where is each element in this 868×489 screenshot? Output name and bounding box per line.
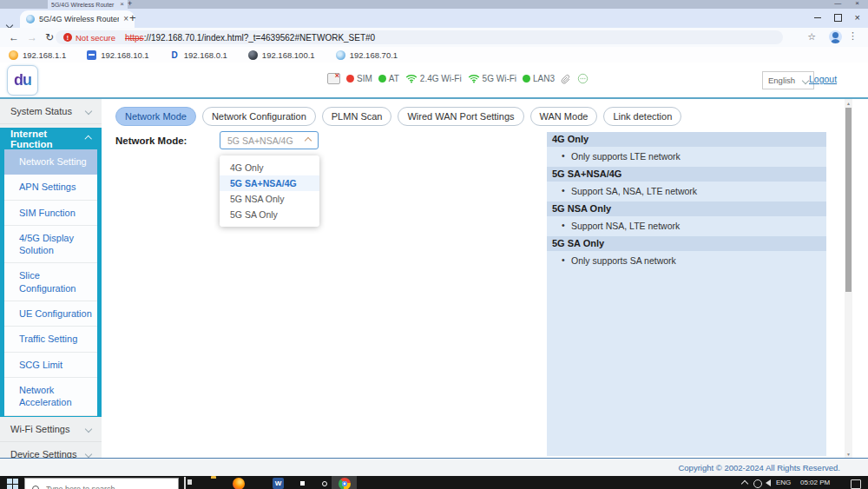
attachment-icon	[561, 74, 571, 84]
url-rest: ://192.168.70.1/index.html?_t=4639562#NE…	[144, 33, 376, 43]
windows-start-icon[interactable]	[7, 479, 18, 489]
sidebar-item-traffic-setting[interactable]: Traffic Setting	[4, 327, 97, 352]
tab-plmn-scan[interactable]: PLMN Scan	[322, 107, 392, 126]
tab-wan-mode[interactable]: WAN Mode	[530, 107, 598, 126]
chrome-taskbar-tile[interactable]	[332, 476, 357, 489]
forward-icon[interactable]: →	[27, 31, 37, 43]
tray-network-icon[interactable]	[753, 479, 762, 488]
sidebar-item-scg-limit[interactable]: SCG Limit	[4, 353, 97, 378]
chevron-down-icon	[85, 425, 92, 432]
taskbar-search[interactable]	[24, 478, 179, 489]
status-sim: SIM	[346, 74, 372, 83]
at-status-dot-icon	[378, 75, 386, 83]
message-icon[interactable]	[577, 73, 589, 84]
scrollbar-thumb[interactable]	[845, 108, 852, 292]
sidebar-item-wifi-settings[interactable]: Wi-Fi Settings	[0, 417, 102, 442]
scroll-down-icon[interactable]: ▼	[845, 450, 852, 458]
reload-icon[interactable]: ↻	[45, 31, 54, 43]
tab-row: Network Mode Network Configuration PLMN …	[115, 107, 681, 126]
bookmark-label: 192.168.100.1	[262, 50, 315, 60]
status-wifi-5g: 5G Wi-Fi	[468, 74, 516, 83]
bookmark-item[interactable]: 192.168.70.1	[336, 50, 398, 60]
tab-title: 5G/4G Wireless Router	[39, 15, 119, 23]
info-description: Support SA, NSA, LTE network	[547, 182, 826, 202]
tab-link-detection[interactable]: Link detection	[603, 107, 681, 126]
sidebar-item-45g-display-solution[interactable]: 4/5G Display Solution	[4, 226, 97, 264]
network-mode-select[interactable]: 5G SA+NSA/4G	[220, 131, 319, 149]
search-icon	[32, 486, 39, 489]
option-5g-sa-nsa-4g[interactable]: 5G SA+NSA/4G	[220, 175, 319, 191]
wifi-icon	[468, 74, 480, 83]
background-window-controls: — ×	[834, 0, 859, 7]
bookmark-star-icon[interactable]: ☆	[807, 31, 816, 43]
url-scheme: https	[125, 33, 144, 43]
chevron-down-icon	[85, 108, 92, 115]
word-icon[interactable]: W	[273, 478, 284, 489]
sidebar-section-header[interactable]: Internet Function	[0, 128, 102, 149]
sim-status-dot-icon	[346, 75, 354, 83]
tab-network-mode[interactable]: Network Mode	[115, 107, 196, 126]
not-secure-icon[interactable]: !	[63, 33, 72, 42]
bookmark-item[interactable]: 192.168.100.1	[248, 50, 315, 60]
sidebar-item-network-acceleration[interactable]: Network Acceleration	[4, 378, 97, 416]
tray-chevron-up-icon[interactable]	[741, 480, 748, 487]
close-icon[interactable]: ×	[855, 0, 859, 7]
lan-status-dot-icon	[523, 75, 530, 83]
minimize-icon[interactable]: —	[834, 0, 841, 7]
option-5g-nsa-only[interactable]: 5G NSA Only	[220, 191, 319, 207]
sidebar-item-apn-settings[interactable]: APN Settings	[4, 175, 97, 200]
tab-wired-wan-port-settings[interactable]: Wired WAN Port Settings	[398, 107, 523, 126]
background-window-titlebar[interactable]: 5G/4G Wireless Router × + — ×	[0, 0, 868, 9]
scroll-up-icon[interactable]: ▲	[845, 99, 852, 107]
scrollbar[interactable]: ▲ ▼	[845, 99, 852, 458]
taskbar-search-input[interactable]	[44, 484, 161, 489]
option-4g-only[interactable]: 4G Only	[220, 160, 319, 175]
close-icon[interactable]: ×	[120, 1, 124, 8]
bookmark-favicon	[9, 50, 18, 60]
bookmark-item[interactable]: D192.168.0.1	[170, 50, 227, 60]
bookmark-favicon: D	[170, 50, 180, 60]
broken-image-icon	[327, 73, 340, 84]
sidebar-item-slice-configuration[interactable]: Slice Configuration	[4, 263, 97, 301]
minimize-icon[interactable]	[814, 17, 821, 18]
network-mode-value: 5G SA+NSA/4G	[227, 135, 293, 146]
new-tab-button[interactable]: +	[129, 11, 136, 24]
sidebar-item-ue-configuration[interactable]: UE Configuration	[4, 301, 97, 327]
tab-network-configuration[interactable]: Network Configuration	[202, 107, 316, 126]
chrome-icon	[339, 478, 351, 489]
bookmark-item[interactable]: 192.168.10.1	[87, 50, 148, 60]
info-description: Only supports SA network	[547, 251, 826, 271]
new-tab-icon[interactable]: +	[128, 0, 132, 8]
chevron-down-icon	[802, 76, 809, 83]
option-5g-sa-only[interactable]: 5G SA Only	[220, 207, 319, 222]
language-select[interactable]: English	[762, 71, 814, 89]
bookmark-label: 192.168.70.1	[350, 50, 398, 60]
tray-clock[interactable]: 05:02 PM	[800, 479, 830, 486]
not-secure-label: Not secure	[76, 33, 115, 43]
logout-link[interactable]: Logout	[809, 74, 837, 84]
restore-icon[interactable]	[834, 14, 842, 22]
task-view-icon[interactable]	[184, 477, 186, 489]
taskbar: W ENG 05:02 PM	[0, 476, 868, 489]
address-bar[interactable]: ! Not secure https://192.168.70.1/index.…	[56, 30, 783, 44]
sidebar-item-network-setting[interactable]: Network Setting	[4, 149, 97, 175]
background-window-tab[interactable]: 5G/4G Wireless Router ×	[48, 0, 128, 9]
info-title: 5G SA+NSA/4G	[547, 167, 826, 182]
page-footer: Copyright © 2002-2024 All Rights Reserve…	[0, 458, 868, 476]
sidebar-item-system-status[interactable]: System Status	[0, 99, 102, 124]
profile-avatar[interactable]	[829, 30, 842, 43]
tray-volume-icon[interactable]	[766, 479, 771, 486]
back-icon[interactable]: ←	[9, 31, 19, 43]
action-center-icon[interactable]	[851, 479, 861, 489]
info-title: 4G Only	[547, 132, 826, 147]
tab-favicon-icon	[26, 15, 35, 23]
tray-language-label[interactable]: ENG	[776, 479, 791, 486]
sidebar-item-device-settings[interactable]: Device Settings	[0, 442, 102, 458]
browser-menu-icon[interactable]: ⋮	[848, 30, 858, 42]
browser-tab[interactable]: 5G/4G Wireless Router ×	[20, 10, 135, 28]
firefox-icon[interactable]	[233, 478, 245, 489]
sidebar-item-sim-function[interactable]: SIM Function	[4, 201, 97, 226]
close-icon[interactable]: ×	[855, 13, 860, 23]
tab-close-icon[interactable]: ×	[123, 15, 128, 23]
bookmark-item[interactable]: 192.168.1.1	[9, 50, 66, 60]
